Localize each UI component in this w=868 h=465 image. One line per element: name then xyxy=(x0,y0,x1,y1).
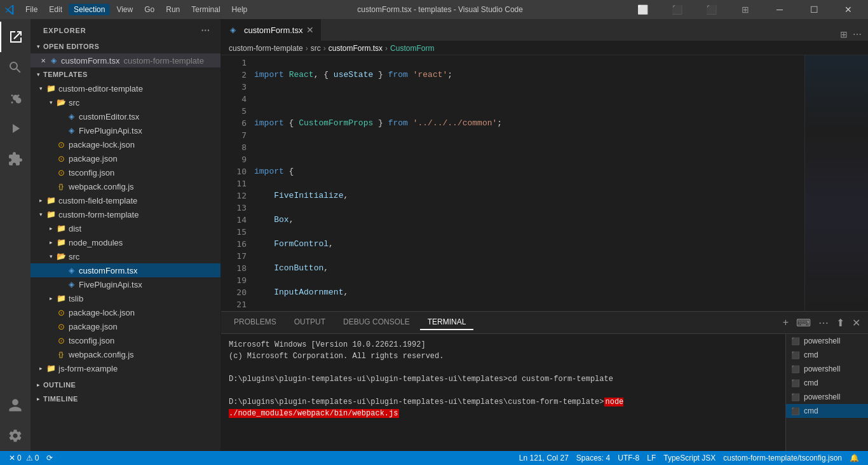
status-bell[interactable]: 🔔 xyxy=(846,454,863,462)
tree-item-custom-field-template[interactable]: ▸ 📁 custom-field-template xyxy=(31,193,220,207)
breadcrumb-part-1[interactable]: custom-form-template xyxy=(229,44,303,53)
tab-customform[interactable]: ◈ customForm.tsx ✕ xyxy=(221,19,321,41)
tree-item-tsconfig-2[interactable]: ▾ ⊙ tsconfig.json xyxy=(31,333,220,347)
menu-file[interactable]: File xyxy=(20,4,43,15)
breadcrumb-part-2[interactable]: src xyxy=(311,44,321,53)
status-errors[interactable]: ✕ 0 ⚠ 0 xyxy=(5,454,43,462)
tree-item-tsconfig-1[interactable]: ▾ ⊙ tsconfig.json xyxy=(31,165,220,179)
tree-label: customEditor.tsx xyxy=(79,112,139,121)
status-spaces[interactable]: Spaces: 4 xyxy=(573,454,614,462)
code-area[interactable]: 12345 678910 1112131415 1617181920 2122 … xyxy=(221,55,868,311)
minimize-button[interactable]: ─ xyxy=(765,0,794,19)
tree-item-tslib[interactable]: ▸ 📁 tslib xyxy=(31,291,220,305)
menu-go[interactable]: Go xyxy=(139,4,159,15)
close-panel-button[interactable]: ✕ xyxy=(850,316,863,330)
explorer-title: EXPLORER xyxy=(43,27,86,34)
open-file-item[interactable]: ✕ ◈ customForm.tsx custom-form-template xyxy=(31,53,220,67)
tab-label: customForm.tsx xyxy=(244,25,302,35)
tree-item-package-lock-1[interactable]: ▾ ⊙ package-lock.json xyxy=(31,137,220,151)
tree-item-src-2[interactable]: ▾ 📂 src xyxy=(31,249,220,263)
folder-icon: 📁 xyxy=(56,223,66,233)
close-button[interactable]: ✕ xyxy=(834,0,863,19)
status-eol[interactable]: LF xyxy=(643,454,660,462)
tree-item-custom-form-template[interactable]: ▾ 📁 custom-form-template xyxy=(31,207,220,221)
terminal-line-1: Microsoft Windows [Version 10.0.22621.19… xyxy=(229,339,778,350)
tree-item-js-form-example[interactable]: ▸ 📁 js-form-example xyxy=(31,361,220,375)
tsx-file-icon: ◈ xyxy=(66,111,76,121)
new-file-button[interactable]: ⋯ xyxy=(198,24,213,37)
code-content[interactable]: import React, { useState } from 'react';… xyxy=(252,55,804,311)
menu-selection[interactable]: Selection xyxy=(69,4,110,15)
terminal-session-1[interactable]: ⬛ powershell xyxy=(786,334,868,348)
layout-button[interactable]: ⊞ xyxy=(731,0,760,19)
terminal-session-5[interactable]: ⬛ powershell xyxy=(786,390,868,404)
tree-item-package-1[interactable]: ▾ ⊙ package.json xyxy=(31,151,220,165)
activity-settings[interactable] xyxy=(0,420,31,451)
toggle-activity-button[interactable]: ⬛ xyxy=(696,0,726,19)
terminal-session-2[interactable]: ⬛ cmd xyxy=(786,348,868,362)
tree-item-customeditor-tsx[interactable]: ▾ ◈ customEditor.tsx xyxy=(31,109,220,123)
split-editor-icon[interactable]: ⊞ xyxy=(839,28,849,41)
tree-label: tsconfig.json xyxy=(69,168,114,177)
minimap xyxy=(804,55,868,311)
breadcrumb-part-4[interactable]: CustomForm xyxy=(390,44,434,53)
line-numbers: 12345 678910 1112131415 1617181920 2122 xyxy=(221,55,252,311)
status-encoding[interactable]: UTF-8 xyxy=(614,454,643,462)
more-actions-icon[interactable]: ⋯ xyxy=(851,28,863,41)
terminal-session-6[interactable]: ⬛ cmd xyxy=(786,404,868,418)
tree-item-custom-editor-template[interactable]: ▾ 📁 custom-editor-template xyxy=(31,81,220,95)
timeline-section[interactable]: ▸ TIMELINE xyxy=(31,392,220,406)
tree-item-src-1[interactable]: ▾ 📂 src xyxy=(31,95,220,109)
tree-item-fivepluginapi-1[interactable]: ▾ ◈ FivePluginApi.tsx xyxy=(31,123,220,137)
tree-item-package-2[interactable]: ▾ ⊙ package.json xyxy=(31,319,220,333)
activity-extensions[interactable] xyxy=(0,144,31,174)
panel-tab-problems[interactable]: PROBLEMS xyxy=(226,315,284,330)
open-editors-section[interactable]: ▾ OPEN EDITORS xyxy=(31,39,220,53)
terminal-content[interactable]: Microsoft Windows [Version 10.0.22621.19… xyxy=(221,334,785,451)
split-terminal-button[interactable]: ⌨ xyxy=(794,316,813,330)
toggle-panel-button[interactable]: ⬛ xyxy=(662,0,691,19)
menu-run[interactable]: Run xyxy=(161,4,185,15)
terminal-session-4[interactable]: ⬛ cmd xyxy=(786,376,868,390)
more-panel-actions[interactable]: ⋯ xyxy=(816,316,831,330)
sync-icon: ⟳ xyxy=(46,454,53,462)
tree-item-package-lock-2[interactable]: ▾ ⊙ package-lock.json xyxy=(31,305,220,319)
toggle-sidebar-button[interactable]: ⬜ xyxy=(628,0,657,19)
terminal-session-label: cmd xyxy=(804,350,818,359)
status-project[interactable]: custom-form-template/tsconfig.json xyxy=(719,454,846,462)
templates-section[interactable]: ▾ TEMPLATES xyxy=(31,67,220,81)
activity-account[interactable] xyxy=(0,390,31,420)
maximize-button[interactable]: ☐ xyxy=(799,0,829,19)
breadcrumb-part-3[interactable]: customForm.tsx xyxy=(329,44,383,53)
tree-item-customform-tsx[interactable]: ▾ ◈ customForm.tsx xyxy=(31,263,220,277)
status-language[interactable]: TypeScript JSX xyxy=(660,454,719,462)
outline-section[interactable]: ▸ OUTLINE xyxy=(31,378,220,392)
menu-view[interactable]: View xyxy=(111,4,138,15)
tree-label: package.json xyxy=(69,322,118,331)
terminal-session-3[interactable]: ⬛ powershell xyxy=(786,362,868,376)
status-branch[interactable]: ⟳ xyxy=(43,454,57,462)
panel-tab-debug-console[interactable]: DEBUG CONSOLE xyxy=(336,315,417,330)
activity-explorer[interactable] xyxy=(0,22,31,52)
maximize-panel-button[interactable]: ⬆ xyxy=(834,316,847,330)
folder-arrow: ▸ xyxy=(36,365,46,371)
menu-terminal[interactable]: Terminal xyxy=(186,4,225,15)
add-terminal-button[interactable]: + xyxy=(780,316,791,330)
close-file-icon[interactable]: ✕ xyxy=(41,57,46,64)
status-line-col[interactable]: Ln 121, Col 27 xyxy=(515,454,573,462)
tree-item-dist[interactable]: ▸ 📁 dist xyxy=(31,221,220,235)
tree-item-webpack-1[interactable]: ▾ {} webpack.config.js xyxy=(31,179,220,193)
activity-run-debug[interactable] xyxy=(0,113,31,144)
activity-search[interactable] xyxy=(0,52,31,83)
panel-tab-terminal[interactable]: TERMINAL xyxy=(420,315,474,330)
tree-item-fivepluginapi-2[interactable]: ▾ ◈ FivePluginApi.tsx xyxy=(31,277,220,291)
tab-close-icon[interactable]: ✕ xyxy=(306,25,314,35)
tree-item-webpack-2[interactable]: ▾ {} webpack.config.js xyxy=(31,347,220,361)
menu-edit[interactable]: Edit xyxy=(44,4,67,15)
menu-bar: File Edit Selection View Go Run Terminal… xyxy=(20,4,252,15)
folder-arrow: ▾ xyxy=(46,99,56,106)
activity-source-control[interactable] xyxy=(0,83,31,113)
panel-tab-output[interactable]: OUTPUT xyxy=(287,315,333,330)
menu-help[interactable]: Help xyxy=(227,4,253,15)
tree-item-node-modules[interactable]: ▸ 📁 node_modules xyxy=(31,235,220,249)
